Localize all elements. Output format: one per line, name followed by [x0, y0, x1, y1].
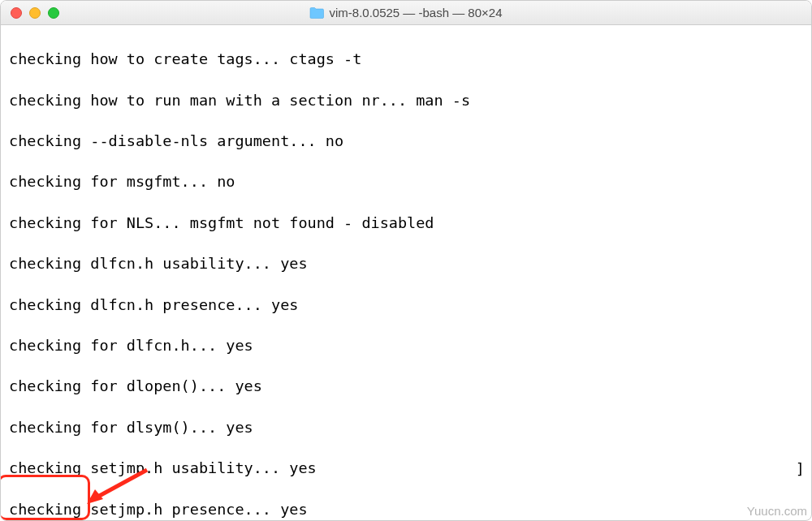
- window-title: vim-8.0.0525 — -bash — 80×24: [329, 6, 502, 19]
- terminal-body[interactable]: checking how to create tags... ctags -t …: [1, 25, 811, 521]
- watermark: Yuucn.com: [747, 504, 807, 518]
- terminal-line: checking how to create tags... ctags -t: [9, 49, 803, 69]
- terminal-line: checking --disable-nls argument... no: [9, 131, 803, 151]
- window-title-group: vim-8.0.0525 — -bash — 80×24: [309, 6, 502, 19]
- terminal-line: checking for NLS... msgfmt not found - d…: [9, 213, 803, 233]
- zoom-icon[interactable]: [48, 7, 59, 19]
- traffic-lights: [11, 7, 59, 19]
- terminal-line: checking setjmp.h presence... yes: [9, 499, 803, 519]
- terminal-line: checking dlfcn.h presence... yes: [9, 295, 803, 315]
- folder-icon: [309, 7, 324, 19]
- terminal-line: checking how to run man with a section n…: [9, 90, 803, 110]
- terminal-line: checking for dlfcn.h... yes: [9, 335, 803, 355]
- right-bracket: ]: [796, 459, 805, 479]
- terminal-line: checking for dlopen()... yes: [9, 376, 803, 396]
- terminal-line: checking for msgfmt... no: [9, 171, 803, 192]
- close-icon[interactable]: [11, 7, 22, 19]
- terminal-window: vim-8.0.0525 — -bash — 80×24 checking ho…: [0, 0, 812, 521]
- terminal-line: checking for dlsym()... yes: [9, 417, 803, 437]
- minimize-icon[interactable]: [29, 7, 41, 19]
- terminal-line: checking dlfcn.h usability... yes: [9, 253, 803, 273]
- terminal-line: checking setjmp.h usability... yes: [9, 458, 803, 478]
- titlebar[interactable]: vim-8.0.0525 — -bash — 80×24: [1, 1, 811, 25]
